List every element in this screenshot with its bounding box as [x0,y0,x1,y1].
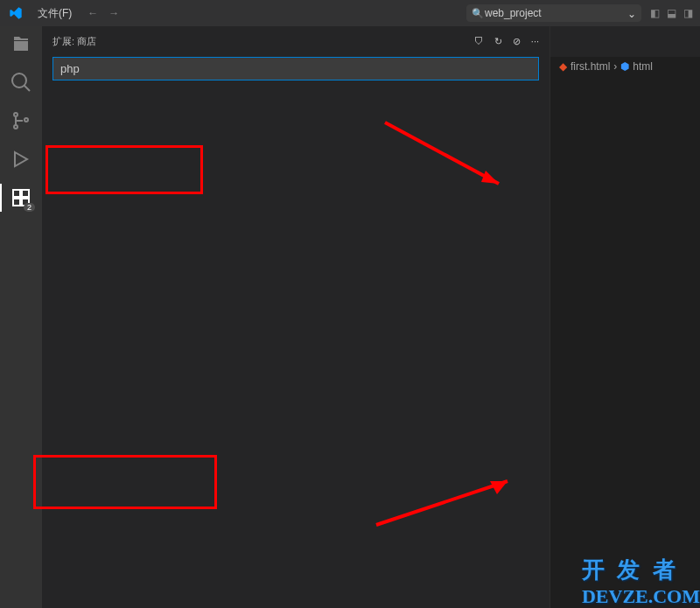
nav-back-icon[interactable]: ← [88,7,98,19]
vscode-logo [0,6,31,20]
clear-icon[interactable]: ⊘ [513,36,521,47]
element-icon: ⬢ [620,60,629,73]
chevron-down-icon: ⌄ [627,8,636,20]
sidebar-header: 扩展: 商店 ⛉ ↻ ⊘ ··· [42,26,550,57]
editor-area: ◆ first.html › ⬢ html [550,26,700,608]
more-icon[interactable]: ··· [531,36,539,47]
explorer-icon[interactable] [10,33,32,54]
layout-panel-right-icon[interactable]: ◨ [683,7,693,19]
nav-arrows: ← → [88,7,119,19]
filter-icon[interactable]: ⛉ [474,36,484,47]
activity-bar: 2 [0,26,42,608]
line-gutter [550,76,585,608]
refresh-icon[interactable]: ↻ [494,36,502,47]
extensions-badge: 2 [24,203,35,212]
search-icon[interactable] [10,72,32,93]
chevron-right-icon: › [613,60,617,73]
watermark: 开 发 者 DEVZE.COM [582,555,700,608]
sidebar-title: 扩展: 商店 [52,35,474,48]
code-editor[interactable] [550,76,700,608]
nav-forward-icon[interactable]: → [108,7,119,19]
layout-panel-left-icon[interactable]: ◧ [650,7,660,19]
breadcrumb[interactable]: ◆ first.html › ⬢ html [550,57,700,76]
code-content[interactable] [585,76,700,608]
source-control-icon[interactable] [10,110,32,131]
run-debug-icon[interactable] [10,149,32,170]
extensions-sidebar: 扩展: 商店 ⛉ ↻ ⊘ ··· [42,26,550,608]
search-icon: 🔍 [472,8,484,19]
extension-search-input[interactable] [52,57,539,80]
title-search-text: web_project [485,7,542,19]
layout-controls: ◧ ⬓ ◨ [650,7,693,19]
editor-tabs [550,26,700,57]
extension-list [42,87,550,608]
title-search-box[interactable]: 🔍 web_project ⌄ [466,4,641,22]
breadcrumb-element: html [633,60,653,73]
menu-item[interactable]: 文件(F) [31,6,79,21]
extensions-icon[interactable]: 2 [10,187,32,208]
html-file-icon: ◆ [559,60,567,73]
layout-panel-bottom-icon[interactable]: ⬓ [667,7,676,19]
titlebar: 文件(F) ← → 🔍 web_project ⌄ ◧ ⬓ ◨ [0,0,700,26]
breadcrumb-file: first.html [570,60,610,73]
